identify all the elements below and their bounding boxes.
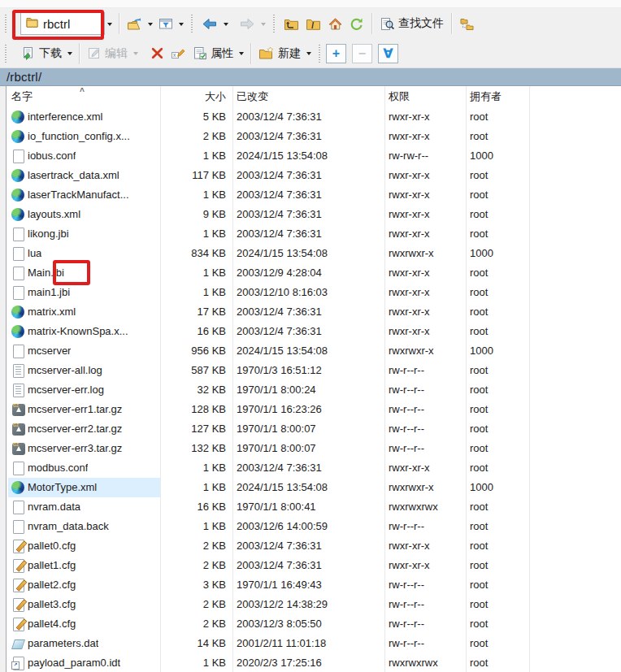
toolbar-grip[interactable] (4, 44, 7, 63)
file-owner: root (466, 127, 529, 146)
file-name-cell[interactable]: mcserver (8, 341, 160, 361)
file-name-cell[interactable]: interference.xml (8, 107, 160, 127)
forward-dropdown[interactable] (258, 15, 268, 32)
column-divider[interactable] (160, 86, 161, 672)
file-name-cell[interactable]: parameters.dat (8, 634, 160, 653)
column-header-changed[interactable]: 已改变 (232, 86, 384, 107)
remove-selection-button[interactable]: − (352, 44, 372, 63)
new-button[interactable]: 新建 (255, 44, 304, 63)
column-header-size[interactable]: 大小 (160, 86, 232, 107)
file-name-cell[interactable]: laserTrackManufact... (8, 185, 160, 205)
directory-combo-dropdown[interactable] (105, 15, 115, 32)
column-divider[interactable] (232, 86, 233, 672)
file-name-cell[interactable]: matrix.xml (8, 302, 160, 322)
file-size: 128 KB (160, 400, 232, 419)
download-button[interactable]: 下载 (17, 44, 65, 63)
file-name-cell[interactable]: payload_param0.idt (8, 653, 160, 672)
file-changed: 2003/12/3 8:05:50 (232, 614, 384, 634)
edit-dropdown[interactable] (131, 46, 141, 62)
new-dropdown[interactable] (304, 46, 314, 62)
back-dropdown[interactable] (221, 15, 231, 32)
toolbar-grip[interactable] (4, 14, 7, 33)
file-row-filler (529, 302, 621, 322)
path-bar[interactable]: /rbctrl/ (0, 68, 621, 86)
back-button[interactable] (198, 15, 221, 33)
file-name-cell[interactable]: MotorType.xml (8, 478, 160, 497)
file-size: 2 KB (160, 595, 232, 614)
filter-button[interactable] (155, 15, 176, 33)
directory-combo[interactable]: rbctrl (20, 12, 105, 35)
file-name-cell[interactable]: layouts.xml (8, 205, 160, 224)
toolbar-grip[interactable] (318, 44, 321, 63)
file-name-cell[interactable]: mcserver-all.log (8, 361, 160, 380)
file-owner: root (466, 205, 529, 224)
file-rights: rw-r--r-- (384, 614, 466, 634)
file-name-cell[interactable]: pallet4.cfg (8, 614, 160, 634)
file-name-cell[interactable]: pallet2.cfg (8, 575, 160, 595)
open-directory-dropdown[interactable] (145, 15, 155, 32)
file-name-cell[interactable]: mcserver-err3.tar.gz (8, 439, 160, 458)
file-name: iobus.conf (28, 146, 76, 166)
file-name-cell[interactable]: main1.jbi (8, 283, 160, 302)
delete-button[interactable] (147, 44, 167, 63)
file-name-cell[interactable]: pallet3.cfg (8, 595, 160, 614)
find-files-button[interactable]: 查找文件 (376, 14, 447, 33)
file-owner: root (466, 322, 529, 341)
home-button[interactable] (324, 15, 346, 33)
file-name-cell[interactable]: mcserver-err1.tar.gz (8, 400, 160, 419)
column-divider[interactable] (384, 86, 385, 672)
filter-icon (159, 17, 173, 30)
file-name-cell[interactable]: matrix-KnownSpa.x... (8, 322, 160, 341)
toolbar-separator (451, 13, 452, 34)
file-name-cell[interactable]: nvram_data.back (8, 517, 160, 536)
doc-file-icon (11, 247, 24, 260)
column-header-owner[interactable]: 拥有者 (466, 86, 529, 107)
file-name-cell[interactable]: lua (8, 244, 160, 263)
file-size: 956 KB (160, 341, 232, 361)
file-name: nvram.data (28, 497, 80, 517)
file-changed: 2024/1/15 13:54:08 (232, 341, 384, 361)
column-divider[interactable] (466, 86, 467, 672)
toolbar-separator (371, 13, 372, 34)
file-name-cell[interactable]: mcserver-err2.tar.gz (8, 419, 160, 439)
doc-file-icon (11, 228, 24, 241)
file-rights: rwxrwxr-x (384, 341, 466, 361)
add-selection-button[interactable]: + (326, 44, 346, 63)
properties-button[interactable]: 属性 (189, 44, 237, 63)
forward-button[interactable] (236, 15, 258, 33)
file-name-cell[interactable]: likong.jbi (8, 224, 160, 244)
file-name: pallet1.cfg (28, 556, 76, 575)
toolbar-grip[interactable] (272, 14, 276, 33)
edit-button[interactable]: 编辑 (84, 44, 131, 63)
column-divider[interactable] (529, 86, 530, 672)
column-header-rights[interactable]: 权限 (384, 86, 466, 107)
file-name-cell[interactable]: nvram.data (8, 497, 160, 517)
toolbar-grip[interactable] (190, 14, 193, 33)
file-name-cell[interactable]: io_function_config.x... (8, 127, 160, 146)
open-directory-button[interactable] (124, 15, 145, 33)
column-header-name[interactable]: 名字 ^ (8, 86, 160, 107)
file-rights: rw-r--r-- (384, 595, 466, 614)
select-mask-button[interactable]: ∀ (378, 44, 398, 63)
file-name-cell[interactable]: lasertrack_data.xml (8, 166, 160, 185)
file-name-cell[interactable]: Main.jbi (8, 263, 160, 283)
edge-file-icon (11, 111, 24, 124)
root-directory-button[interactable]: / (302, 15, 324, 33)
file-name-cell[interactable]: modbus.conf (8, 458, 160, 478)
properties-dropdown[interactable] (237, 46, 246, 62)
file-name-cell[interactable]: mcserver-err.log (8, 380, 160, 400)
file-name-cell[interactable]: iobus.conf (8, 146, 160, 166)
download-dropdown[interactable] (65, 46, 75, 62)
filter-dropdown[interactable] (176, 15, 186, 32)
log-file-icon (11, 364, 24, 377)
properties-label: 属性 (211, 46, 233, 61)
file-name-cell[interactable]: pallet1.cfg (8, 556, 160, 575)
parent-directory-button[interactable] (280, 15, 302, 33)
file-row-filler (529, 205, 621, 224)
file-changed: 2024/1/15 13:54:08 (232, 146, 384, 166)
rename-button[interactable]: x (167, 44, 189, 63)
refresh-button[interactable] (346, 15, 367, 33)
file-size: 1 KB (160, 224, 232, 244)
directory-tree-button[interactable] (456, 15, 478, 33)
file-name-cell[interactable]: pallet0.cfg (8, 536, 160, 556)
